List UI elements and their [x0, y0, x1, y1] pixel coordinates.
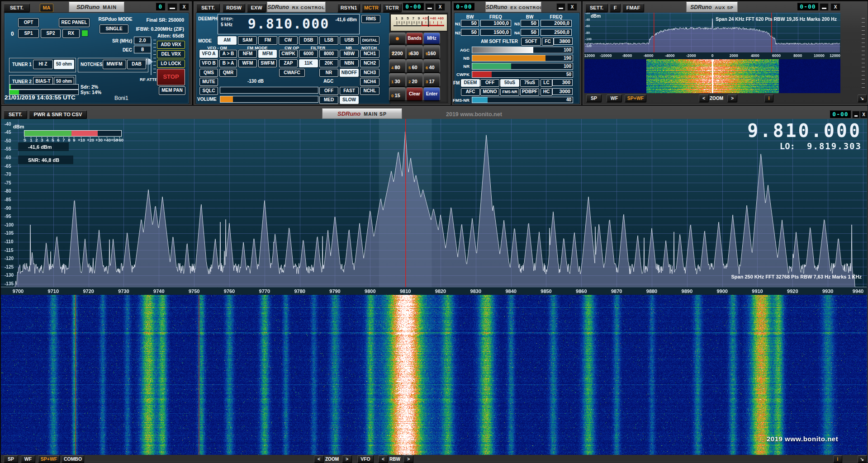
- msp-spwf-button[interactable]: SP+WF: [38, 455, 60, 463]
- main-rx-button[interactable]: RX: [62, 29, 80, 38]
- keypad-enter-button[interactable]: Enter: [423, 87, 440, 101]
- msp-combo-button[interactable]: COMBO: [62, 455, 84, 463]
- aux-settings-button[interactable]: SETT.: [585, 4, 608, 12]
- rx-nbw-button[interactable]: NBW: [340, 50, 359, 58]
- main-ma-button[interactable]: MA: [40, 4, 53, 12]
- rx-mode-usb[interactable]: USB: [340, 36, 359, 45]
- rx-exw-button[interactable]: EXW: [247, 4, 266, 12]
- rx-qms-button[interactable]: QMS: [199, 69, 218, 77]
- rx-mctr-button[interactable]: MCTR: [362, 4, 381, 12]
- keypad-clear-button[interactable]: Clear: [406, 87, 423, 101]
- rx-nr-button[interactable]: NR: [319, 69, 338, 77]
- msp-zoom-in-button[interactable]: >: [342, 455, 352, 463]
- aux-spwf-button[interactable]: SP+WF: [625, 94, 646, 102]
- rx-rsyn1-button[interactable]: RSYN1: [337, 4, 360, 12]
- main-waterfall-display[interactable]: [1, 295, 867, 455]
- mem-pan-button[interactable]: MEM PAN: [159, 86, 185, 95]
- aux-wf-button[interactable]: WF: [607, 94, 622, 102]
- main-settings-button[interactable]: SETT.: [4, 4, 30, 12]
- rx-mode-am[interactable]: AM: [218, 36, 237, 45]
- rx-wfm-button[interactable]: WFM: [238, 59, 257, 67]
- ex-notch-n2-freq[interactable]: 1500,0: [480, 29, 511, 36]
- rx-minimize-button[interactable]: [425, 3, 434, 11]
- rx-rms-button[interactable]: RMS: [361, 15, 380, 23]
- rx-frequency-display[interactable]: STEP: 5 kHz 9.810.000 -41,6 dBm: [218, 14, 360, 34]
- main-spectrum-display[interactable]: [1, 119, 867, 295]
- main-sp1-button[interactable]: SP1: [18, 29, 39, 38]
- ex-notch-n4-bw[interactable]: 50: [521, 29, 539, 36]
- msp-vfo-button[interactable]: VFO: [357, 455, 374, 463]
- msp-info-button[interactable]: i: [833, 455, 842, 463]
- rx-med-button[interactable]: MED: [319, 96, 338, 104]
- msp-wf-button[interactable]: WF: [21, 455, 35, 463]
- msp-zoom-out-button[interactable]: <: [314, 455, 324, 463]
- aux-f-button[interactable]: F: [610, 4, 621, 12]
- rx-nch4-button[interactable]: NCH4: [360, 78, 379, 86]
- main-dec-value[interactable]: 8: [134, 46, 151, 53]
- rx-mode-sam[interactable]: SAM: [238, 36, 257, 45]
- ex-nr-slider[interactable]: 100: [472, 63, 573, 70]
- msp-rbw-down-button[interactable]: <: [378, 455, 388, 463]
- rx-vfo-b-button[interactable]: VFO B: [199, 59, 218, 67]
- rx-b-a-button[interactable]: B > A: [219, 59, 237, 67]
- keypad-band-dot-button[interactable]: [389, 33, 406, 44]
- msp-expand-button[interactable]: ↘: [858, 455, 867, 463]
- ex-notch-n3-freq[interactable]: 2000,0: [541, 20, 572, 27]
- ex-fc-button[interactable]: FC: [542, 38, 554, 46]
- notch-dab-button[interactable]: DAB: [127, 60, 146, 69]
- main-rec-panel-button[interactable]: REC PANEL: [59, 18, 90, 27]
- ex-hc-value[interactable]: 3000: [552, 88, 573, 95]
- squelch-slider[interactable]: [220, 87, 318, 94]
- notch-mwfm-button[interactable]: MW/FM: [103, 60, 126, 69]
- rx-mode-cw[interactable]: CW: [279, 36, 298, 45]
- ex-hc-button[interactable]: HC: [541, 88, 552, 96]
- aux-right-slider-ticks[interactable]: [862, 18, 865, 90]
- ex-notch-n1-freq[interactable]: 1000,0: [480, 20, 511, 27]
- ex-pdbpf-button[interactable]: PDBPF: [520, 88, 539, 96]
- del-vrx-button[interactable]: DEL VRX: [157, 50, 185, 58]
- tuner1-50ohm-button[interactable]: 50 ohm: [54, 60, 74, 69]
- rx-mute-button[interactable]: MUTE: [199, 78, 218, 86]
- ex-fc-value[interactable]: 3800: [554, 38, 573, 45]
- volume-slider[interactable]: [220, 96, 318, 103]
- keypad-key-5[interactable]: 605: [406, 59, 423, 73]
- ex-nb-slider[interactable]: 190: [472, 55, 573, 61]
- ex-minimize-button[interactable]: [556, 3, 565, 11]
- rx-tctr-button[interactable]: TCTR: [383, 4, 402, 12]
- rx-nch3-button[interactable]: NCH3: [360, 69, 379, 77]
- rx-11k-button[interactable]: 11K: [299, 59, 318, 67]
- ex-fm-50us-button[interactable]: 50uS: [500, 79, 519, 87]
- ex-lc-button[interactable]: LC: [541, 79, 552, 87]
- main-opt-button[interactable]: OPT: [18, 18, 39, 27]
- rx-nch2-button[interactable]: NCH2: [360, 59, 379, 67]
- msp-settings-button[interactable]: SETT.: [4, 110, 27, 119]
- keypad-mhz-button[interactable]: MHz: [423, 33, 440, 44]
- rx-off-button[interactable]: OFF: [319, 87, 338, 95]
- ex-close-button[interactable]: X: [567, 3, 577, 11]
- ex-notch-n4-freq[interactable]: 2500,0: [541, 29, 572, 36]
- lo-lock-button[interactable]: LO LOCK: [157, 60, 185, 68]
- keypad-key-0[interactable]: 150: [389, 87, 406, 101]
- msp-sp-button[interactable]: SP: [4, 455, 18, 463]
- keypad-key-8[interactable]: 6308: [406, 45, 423, 59]
- ex-fms-nr-button[interactable]: FMS-NR: [500, 88, 519, 96]
- rx-a-b-button[interactable]: A > B: [219, 50, 237, 58]
- rx-slow-button[interactable]: SLOW: [340, 96, 359, 104]
- rx-mode-fm[interactable]: FM: [258, 36, 277, 45]
- add-vrx-button[interactable]: ADD VRX: [157, 41, 185, 49]
- rx-20k-button[interactable]: 20K: [319, 59, 338, 67]
- aux-zoom-in-button[interactable]: >: [727, 94, 737, 102]
- aux-close-button[interactable]: X: [830, 3, 840, 11]
- main-single-button[interactable]: SINGLE: [100, 24, 128, 33]
- keypad-key-2[interactable]: 202: [406, 73, 423, 87]
- ex-fm-75us-button[interactable]: 75uS: [520, 79, 539, 87]
- rx-settings-button[interactable]: SETT.: [196, 4, 220, 12]
- aux-info-button[interactable]: i: [764, 94, 773, 102]
- rx-mode-lsb[interactable]: LSB: [319, 36, 338, 45]
- rx-rdsw-button[interactable]: RDSW: [223, 4, 245, 12]
- keypad-key-4[interactable]: 804: [389, 59, 406, 73]
- msp-rbw-up-button[interactable]: >: [403, 455, 413, 463]
- rx-sqlc-button[interactable]: SQLC: [199, 87, 218, 95]
- rx-swfm-button[interactable]: SWFM: [258, 59, 277, 67]
- rx-nfm-button[interactable]: NFM: [238, 50, 257, 58]
